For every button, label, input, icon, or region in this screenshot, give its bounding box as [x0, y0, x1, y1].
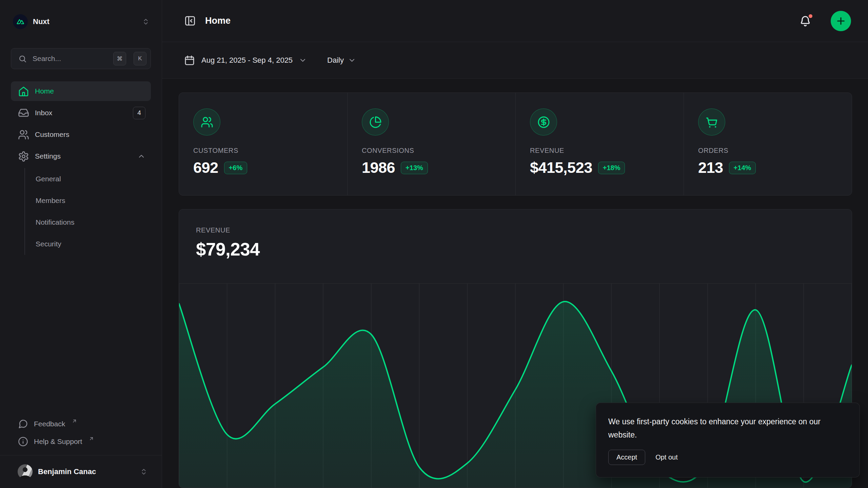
submenu-item-members[interactable]: Members: [36, 190, 151, 211]
chat-bubble-icon: [18, 419, 28, 429]
help-support-label: Help & Support: [34, 438, 82, 446]
nuxt-logo: [13, 14, 28, 29]
user-menu[interactable]: Benjamin Canac: [0, 455, 162, 488]
cmd-kbd: ⌘: [113, 52, 126, 65]
sidebar-item-label: Customers: [35, 130, 145, 139]
sidebar-item-customers[interactable]: Customers: [11, 125, 151, 144]
settings-submenu: General Members Notifications Security: [24, 168, 151, 255]
revenue-label: REVENUE: [196, 226, 852, 234]
sidebar-item-label: Home: [35, 87, 145, 95]
revenue-value: $79,234: [196, 239, 852, 260]
stat-card-revenue[interactable]: REVENUE $415,523 +18%: [515, 93, 684, 195]
user-name: Benjamin Canac: [38, 467, 135, 476]
sidebar: Nuxt Search... ⌘ K Home Inbox 4: [0, 0, 162, 488]
accept-button[interactable]: Accept: [608, 450, 645, 465]
sidebar-item-label: Settings: [35, 152, 132, 160]
feedback-label: Feedback: [34, 420, 65, 428]
sidebar-item-home[interactable]: Home: [11, 81, 151, 101]
topbar: Home: [162, 0, 868, 42]
stat-label: CONVERSIONS: [362, 147, 502, 155]
submenu-item-notifications[interactable]: Notifications: [36, 211, 151, 233]
granularity-select[interactable]: Daily: [327, 56, 356, 65]
submenu-item-general[interactable]: General: [36, 168, 151, 190]
search-icon: [18, 55, 27, 63]
users-icon: [193, 108, 220, 136]
chevron-up-down-icon: [142, 18, 150, 25]
help-support-link[interactable]: Help & Support: [11, 433, 151, 450]
search-placeholder: Search...: [33, 55, 107, 63]
stats-row: CUSTOMERS 692 +6% CONVERSIONS 1986 +13%: [179, 93, 852, 196]
team-name: Nuxt: [33, 17, 137, 26]
stat-card-customers[interactable]: CUSTOMERS 692 +6%: [179, 93, 347, 195]
filter-bar: Aug 21, 2025 - Sep 4, 2025 Daily: [162, 42, 868, 79]
cart-icon: [698, 108, 725, 136]
info-icon: [18, 436, 28, 447]
external-link-icon: [88, 436, 94, 442]
stat-delta-badge: +14%: [729, 162, 756, 174]
pie-chart-icon: [362, 108, 389, 136]
notifications-button[interactable]: [799, 15, 812, 27]
granularity-label: Daily: [327, 56, 344, 65]
house-icon: [18, 86, 29, 97]
stat-value: 692: [193, 159, 218, 177]
plus-icon: [835, 16, 846, 26]
inbox-icon: [18, 107, 29, 119]
chevron-up-down-icon: [140, 468, 147, 475]
stat-delta-badge: +13%: [401, 162, 428, 174]
stat-delta-badge: +6%: [224, 162, 248, 174]
sidebar-item-settings[interactable]: Settings: [11, 146, 151, 166]
chevron-down-icon: [348, 56, 356, 64]
create-button[interactable]: [831, 11, 851, 31]
date-range-label: Aug 21, 2025 - Sep 4, 2025: [201, 56, 293, 65]
optout-button[interactable]: Opt out: [650, 450, 683, 465]
cookie-banner: We use first-party cookies to enhance yo…: [596, 403, 860, 477]
stat-card-orders[interactable]: ORDERS 213 +14%: [684, 93, 852, 195]
sidebar-toggle-button[interactable]: [184, 15, 196, 27]
users-icon: [18, 129, 29, 140]
feedback-link[interactable]: Feedback: [11, 415, 151, 433]
sidebar-item-label: Inbox: [35, 109, 127, 117]
stat-value: $415,523: [530, 159, 592, 177]
page-title: Home: [205, 16, 790, 26]
stat-value: 1986: [362, 159, 395, 177]
team-switcher[interactable]: Nuxt: [11, 9, 151, 34]
k-kbd: K: [134, 52, 146, 65]
stat-card-conversions[interactable]: CONVERSIONS 1986 +13%: [347, 93, 515, 195]
chevron-up-icon: [137, 152, 145, 160]
calendar-icon: [184, 55, 195, 66]
date-range-picker[interactable]: Aug 21, 2025 - Sep 4, 2025: [184, 55, 307, 66]
user-avatar: [18, 464, 33, 479]
stat-value: 213: [698, 159, 723, 177]
chevron-down-icon: [299, 56, 307, 64]
notification-dot: [808, 13, 813, 19]
cookie-message: We use first-party cookies to enhance yo…: [608, 415, 847, 442]
stat-label: CUSTOMERS: [193, 147, 334, 155]
gear-icon: [18, 151, 29, 162]
stat-label: REVENUE: [530, 147, 670, 155]
inbox-count-badge: 4: [133, 107, 145, 119]
submenu-item-security[interactable]: Security: [36, 233, 151, 255]
sidebar-nav: Home Inbox 4 Customers Settings Ge: [11, 81, 151, 255]
external-link-icon: [72, 418, 77, 424]
sidebar-item-inbox[interactable]: Inbox 4: [11, 103, 151, 123]
stat-delta-badge: +18%: [598, 162, 625, 174]
dollar-circle-icon: [530, 108, 557, 136]
search-input[interactable]: Search... ⌘ K: [11, 48, 151, 69]
stat-label: ORDERS: [698, 147, 838, 155]
